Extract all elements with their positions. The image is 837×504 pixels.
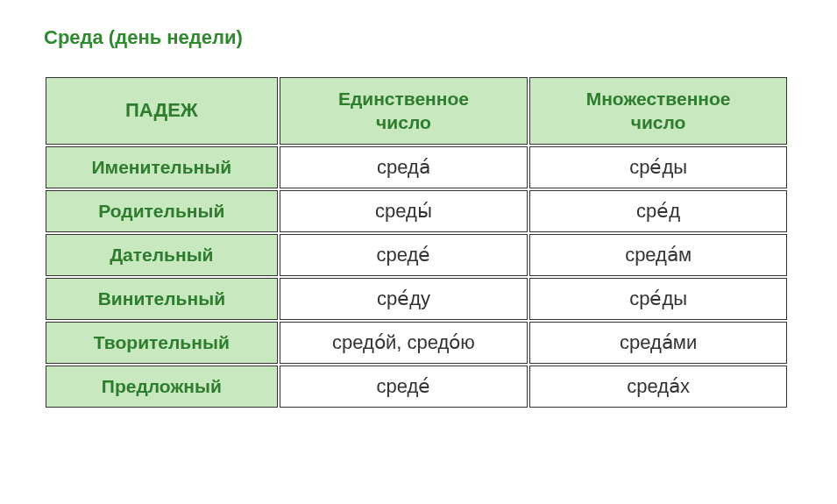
header-singular-line1: Единственное [338, 89, 469, 109]
cell-plural: сре́ды [529, 146, 787, 188]
header-plural-line2: число [631, 112, 686, 132]
declension-table: ПАДЕЖ Единственное число Множественное ч… [44, 75, 789, 409]
table-row: Именительный среда́ сре́ды [46, 146, 787, 188]
case-name: Творительный [46, 322, 278, 364]
case-name: Родительный [46, 190, 278, 232]
cell-singular: средо́й, средо́ю [280, 322, 528, 364]
header-plural-line1: Множественное [586, 89, 731, 109]
cell-plural: сре́д [529, 190, 787, 232]
header-singular-line2: число [376, 112, 431, 132]
cell-plural: среда́х [529, 366, 787, 408]
cell-singular: сре́ду [280, 278, 528, 320]
cell-plural: среда́м [529, 234, 787, 276]
case-name: Винительный [46, 278, 278, 320]
cell-singular: среда́ [280, 146, 528, 188]
case-name: Предложный [46, 366, 278, 408]
header-case: ПАДЕЖ [46, 77, 278, 145]
header-singular: Единственное число [280, 77, 528, 145]
table-row: Родительный среды́ сре́д [46, 190, 787, 232]
table-row: Предложный среде́ среда́х [46, 366, 787, 408]
header-plural: Множественное число [529, 77, 787, 145]
table-row: Дательный среде́ среда́м [46, 234, 787, 276]
case-name: Именительный [46, 146, 278, 188]
cell-singular: среде́ [280, 366, 528, 408]
table-row: Творительный средо́й, средо́ю среда́ми [46, 322, 787, 364]
cell-plural: сре́ды [529, 278, 787, 320]
cell-singular: среды́ [280, 190, 528, 232]
table-row: Винительный сре́ду сре́ды [46, 278, 787, 320]
cell-plural: среда́ми [529, 322, 787, 364]
cell-singular: среде́ [280, 234, 528, 276]
case-name: Дательный [46, 234, 278, 276]
page-title: Среда (день недели) [44, 26, 793, 49]
